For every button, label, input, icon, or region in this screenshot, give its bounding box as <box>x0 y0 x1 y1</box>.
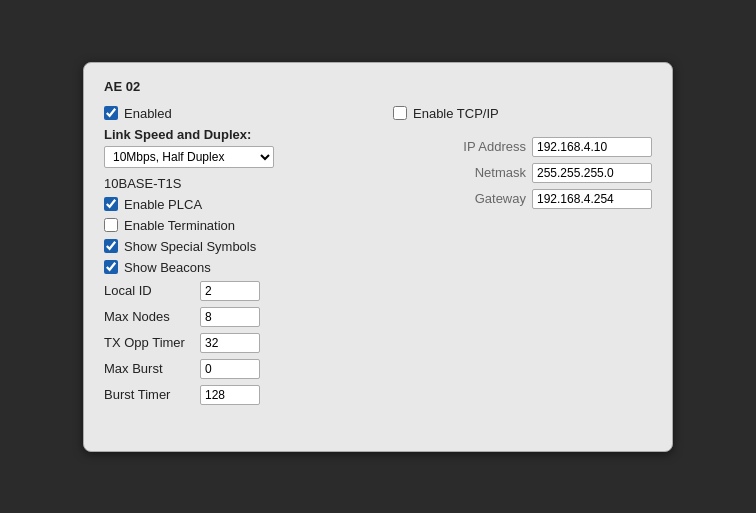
max-nodes-row: Max Nodes <box>104 307 363 327</box>
gateway-row: Gateway <box>393 189 652 209</box>
max-burst-row: Max Burst <box>104 359 363 379</box>
burst-timer-label: Burst Timer <box>104 387 194 402</box>
ip-address-label: IP Address <box>446 139 526 154</box>
tx-opp-timer-row: TX Opp Timer <box>104 333 363 353</box>
ip-address-input[interactable] <box>532 137 652 157</box>
netmask-label: Netmask <box>446 165 526 180</box>
show-beacons-label[interactable]: Show Beacons <box>124 260 211 275</box>
tx-opp-timer-label: TX Opp Timer <box>104 335 194 350</box>
local-id-label: Local ID <box>104 283 194 298</box>
gateway-input[interactable] <box>532 189 652 209</box>
gateway-label: Gateway <box>446 191 526 206</box>
enable-tcp-row: Enable TCP/IP <box>393 106 652 121</box>
left-panel: Enabled Link Speed and Duplex: 10Mbps, H… <box>104 106 363 411</box>
enabled-row: Enabled <box>104 106 363 121</box>
right-panel: Enable TCP/IP IP Address Netmask Gateway <box>393 106 652 411</box>
enable-termination-label[interactable]: Enable Termination <box>124 218 235 233</box>
burst-timer-input[interactable] <box>200 385 260 405</box>
enabled-label[interactable]: Enabled <box>124 106 172 121</box>
enable-plca-checkbox[interactable] <box>104 197 118 211</box>
netmask-row: Netmask <box>393 163 652 183</box>
max-burst-input[interactable] <box>200 359 260 379</box>
enabled-checkbox[interactable] <box>104 106 118 120</box>
window-title: AE 02 <box>104 79 652 94</box>
enable-tcp-checkbox[interactable] <box>393 106 407 120</box>
enable-termination-checkbox[interactable] <box>104 218 118 232</box>
max-burst-label: Max Burst <box>104 361 194 376</box>
link-speed-select[interactable]: 10Mbps, Half Duplex 10Mbps, Full Duplex … <box>104 146 274 168</box>
netmask-input[interactable] <box>532 163 652 183</box>
enable-plca-row: Enable PLCA <box>104 197 363 212</box>
max-nodes-label: Max Nodes <box>104 309 194 324</box>
enable-tcp-label[interactable]: Enable TCP/IP <box>413 106 499 121</box>
link-speed-dropdown-row: 10Mbps, Half Duplex 10Mbps, Full Duplex … <box>104 146 363 168</box>
main-window: AE 02 Enabled Link Speed and Duplex: 10M… <box>83 62 673 452</box>
base-label: 10BASE-T1S <box>104 176 363 191</box>
local-id-row: Local ID <box>104 281 363 301</box>
show-special-symbols-checkbox[interactable] <box>104 239 118 253</box>
local-id-input[interactable] <box>200 281 260 301</box>
enable-plca-label[interactable]: Enable PLCA <box>124 197 202 212</box>
tx-opp-timer-input[interactable] <box>200 333 260 353</box>
max-nodes-input[interactable] <box>200 307 260 327</box>
enable-termination-row: Enable Termination <box>104 218 363 233</box>
burst-timer-row: Burst Timer <box>104 385 363 405</box>
show-special-symbols-row: Show Special Symbols <box>104 239 363 254</box>
show-beacons-checkbox[interactable] <box>104 260 118 274</box>
content-area: Enabled Link Speed and Duplex: 10Mbps, H… <box>104 106 652 411</box>
ip-address-row: IP Address <box>393 137 652 157</box>
show-beacons-row: Show Beacons <box>104 260 363 275</box>
link-speed-label: Link Speed and Duplex: <box>104 127 363 142</box>
show-special-symbols-label[interactable]: Show Special Symbols <box>124 239 256 254</box>
